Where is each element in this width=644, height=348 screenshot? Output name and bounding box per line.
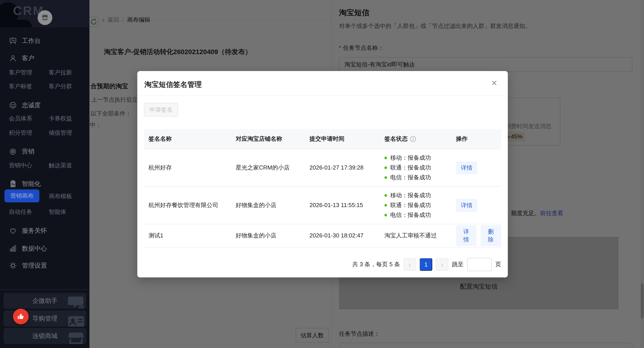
shop-name-cell: 星光之家CRM的小店 bbox=[231, 164, 305, 172]
modal-header-divider bbox=[137, 96, 508, 96]
sidebar-item-marketing-canvas-active[interactable]: 营销画布 bbox=[4, 189, 39, 202]
bar-chart-icon bbox=[8, 244, 18, 253]
signature-name-cell: 测试1 bbox=[144, 232, 231, 239]
status-dot-icon bbox=[384, 214, 387, 216]
close-icon[interactable]: × bbox=[490, 78, 498, 88]
sidebar-item-agent[interactable]: 智能体 bbox=[49, 208, 66, 216]
sidebar-item-customers[interactable]: 客户 bbox=[8, 53, 34, 63]
sidebar-item-loyalty[interactable]: 忠诚度 bbox=[8, 100, 41, 110]
app-screen: CRM 工作台 客户 客户管理 客户拉新 客户标签 客户分群 忠诚度 会员体系 … bbox=[0, 0, 644, 348]
apply-signature-button[interactable]: 申请签名 bbox=[144, 103, 178, 117]
badge-icon bbox=[67, 315, 86, 327]
sidebar-item-label: 管理设置 bbox=[22, 262, 47, 270]
sidebar-item-service-care[interactable]: 服务关怀 bbox=[8, 226, 47, 236]
table-row: 杭州好存 星光之家CRM的小店 2026-01-27 17:39:28 移动：报… bbox=[144, 149, 501, 187]
page-unit-label: 页 bbox=[495, 261, 501, 268]
sidebar-item-customer-segments[interactable]: 客户分群 bbox=[49, 83, 72, 90]
card-label: 导购管理 bbox=[32, 315, 58, 323]
status-dot-icon bbox=[384, 176, 387, 179]
submit-time-cell: 2026-01-30 18:02:47 bbox=[305, 232, 380, 239]
chat-bubble-icon bbox=[68, 294, 86, 309]
sidebar-item-stored-value[interactable]: 储值管理 bbox=[49, 129, 72, 137]
target-icon bbox=[8, 147, 18, 156]
detail-button[interactable]: 详情 bbox=[456, 199, 478, 212]
modal-title: 淘宝短信签名管理 bbox=[144, 80, 202, 89]
carrier-status: 移动：报备成功 bbox=[390, 154, 431, 162]
logo-silhouette-shoulders bbox=[0, 20, 32, 27]
signature-name-cell: 杭州好存餐饮管理有限公司 bbox=[144, 201, 231, 209]
sidebar-item-marketing[interactable]: 营销 bbox=[8, 146, 34, 157]
sidebar-item-workbench[interactable]: 工作台 bbox=[8, 36, 41, 46]
sidebar-item-customer-tags[interactable]: 客户标签 bbox=[9, 83, 32, 90]
smiley-icon bbox=[8, 101, 18, 110]
detail-button[interactable]: 详情 bbox=[456, 225, 476, 246]
signature-status-cell: 移动：报备成功 联通：报备成功 电信：报备成功 bbox=[380, 192, 452, 219]
sidebar-item-customer-acquisition[interactable]: 客户拉新 bbox=[49, 69, 72, 76]
detail-button[interactable]: 详情 bbox=[456, 161, 478, 174]
sidebar-item-data-center[interactable]: 数据中心 bbox=[8, 243, 47, 254]
storefront-icon bbox=[67, 332, 86, 344]
delete-button[interactable]: 删除 bbox=[480, 225, 501, 246]
sidebar-item-label: 服务关怀 bbox=[22, 227, 47, 235]
jump-label: 跳至 bbox=[452, 261, 464, 268]
page-jump-input[interactable] bbox=[467, 258, 492, 271]
sidebar-item-label: 数据中心 bbox=[22, 245, 47, 253]
sidebar-card-chain-mall[interactable]: 连锁商城 bbox=[4, 328, 86, 344]
sidebar-logo-area: CRM bbox=[0, 0, 90, 27]
sidebar-card-wecom-assistant[interactable]: 企微助手 bbox=[4, 293, 86, 309]
carrier-status: 联通：报备成功 bbox=[390, 164, 431, 172]
info-icon[interactable] bbox=[410, 136, 416, 142]
sidebar-item-admin-settings[interactable]: 管理设置 bbox=[8, 260, 47, 271]
sidebar-item-customer-management[interactable]: 客户管理 bbox=[9, 69, 32, 76]
thumbs-up-icon bbox=[16, 312, 25, 321]
status-dot-icon bbox=[384, 204, 387, 207]
col-header-signature-status: 签名状态 bbox=[380, 135, 452, 143]
storefront-icon bbox=[41, 13, 49, 22]
sidebar-item-card-benefits[interactable]: 卡券权益 bbox=[49, 115, 72, 122]
sidebar-item-label: 客户 bbox=[22, 54, 34, 62]
actions-cell: 详情 bbox=[452, 161, 501, 174]
sidebar-divider bbox=[0, 289, 90, 290]
carrier-status: 联通：报备成功 bbox=[390, 201, 431, 209]
actions-cell: 详情 bbox=[452, 199, 501, 212]
sidebar-item-membership-system[interactable]: 会员体系 bbox=[9, 115, 32, 122]
sidebar-item-intelligence[interactable]: 智能化 bbox=[8, 179, 41, 189]
heart-icon bbox=[8, 226, 18, 235]
sidebar: CRM 工作台 客户 客户管理 客户拉新 客户标签 客户分群 忠诚度 会员体系 … bbox=[0, 0, 90, 348]
shop-name-cell: 好物集盒的小店 bbox=[231, 201, 305, 209]
sidebar-item-label: 营销 bbox=[22, 148, 34, 156]
user-icon bbox=[8, 54, 18, 63]
signature-name-cell: 杭州好存 bbox=[144, 164, 231, 172]
store-avatar[interactable] bbox=[38, 10, 52, 25]
shop-name-cell: 好物集盒的小店 bbox=[231, 232, 305, 239]
signature-status-cell: 移动：报备成功 联通：报备成功 电信：报备成功 bbox=[380, 154, 452, 181]
next-page-button[interactable]: › bbox=[436, 258, 448, 271]
carrier-status: 电信：报备成功 bbox=[390, 174, 431, 181]
signature-table: 签名名称 对应淘宝店铺名称 提交申请时间 签名状态 操作 杭州好存 星光之家CR… bbox=[144, 129, 501, 247]
feedback-badge[interactable] bbox=[13, 309, 28, 324]
pagination-total: 共 3 条，每页 5 条 bbox=[352, 261, 400, 268]
carrier-status: 移动：报备成功 bbox=[390, 192, 431, 199]
status-dot-icon bbox=[384, 194, 387, 197]
sidebar-item-label: 忠诚度 bbox=[22, 101, 41, 109]
prev-page-button[interactable]: ‹ bbox=[404, 258, 416, 271]
col-header-shop-name: 对应淘宝店铺名称 bbox=[231, 135, 305, 143]
gear-icon bbox=[8, 261, 18, 270]
signature-management-modal: 淘宝短信签名管理 × 申请签名 签名名称 对应淘宝店铺名称 提交申请时间 签名状… bbox=[137, 71, 508, 277]
sidebar-item-canvas-templates[interactable]: 画布模板 bbox=[49, 192, 72, 200]
current-page-button[interactable]: 1 bbox=[420, 258, 432, 271]
col-header-signature-name: 签名名称 bbox=[144, 135, 231, 143]
sidebar-item-reach-channels[interactable]: 触达渠道 bbox=[49, 162, 72, 169]
card-label: 企微助手 bbox=[32, 297, 58, 305]
submit-time-cell: 2026-01-27 17:39:28 bbox=[305, 164, 380, 172]
sidebar-item-marketing-center[interactable]: 营销中心 bbox=[9, 162, 32, 169]
sidebar-item-label: 工作台 bbox=[22, 37, 41, 45]
table-row: 杭州好存餐饮管理有限公司 好物集盒的小店 2026-01-13 11:55:15… bbox=[144, 187, 501, 224]
col-header-submit-time: 提交申请时间 bbox=[305, 135, 380, 143]
sidebar-item-auto-tasks[interactable]: 自动任务 bbox=[9, 208, 32, 216]
clipboard-icon bbox=[8, 179, 18, 188]
col-header-actions: 操作 bbox=[452, 135, 501, 143]
pagination: 共 3 条，每页 5 条 ‹ 1 › 跳至 页 bbox=[352, 258, 501, 271]
table-row: 测试1 好物集盒的小店 2026-01-30 18:02:47 淘宝人工审核不通… bbox=[144, 224, 501, 247]
sidebar-item-points-management[interactable]: 积分管理 bbox=[9, 129, 32, 137]
